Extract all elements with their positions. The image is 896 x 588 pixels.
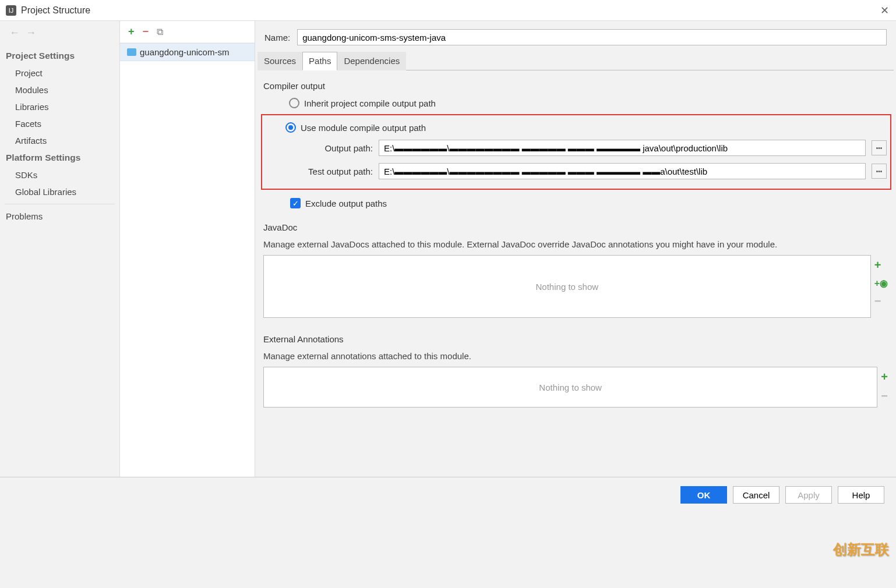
exclude-label: Exclude output paths — [305, 199, 387, 208]
watermark: 创新互联 — [833, 540, 889, 559]
sidebar-item-problems[interactable]: Problems — [0, 208, 119, 225]
radio-use-module[interactable] — [285, 122, 296, 133]
sidebar-item-project[interactable]: Project — [0, 65, 119, 82]
apply-button[interactable]: Apply — [785, 486, 832, 504]
ext-annotations-remove-icon[interactable]: − — [881, 389, 888, 403]
test-output-path-input[interactable] — [379, 163, 866, 179]
javadoc-desc: Manage external JavaDocs attached to thi… — [255, 236, 896, 255]
radio-use-module-label: Use module compile output path — [301, 123, 426, 133]
javadoc-title: JavaDoc — [255, 212, 896, 236]
ext-annotations-tools: + − — [877, 367, 888, 408]
sidebar-item-sdks[interactable]: SDKs — [0, 167, 119, 183]
tab-dependencies[interactable]: Dependencies — [337, 52, 406, 70]
back-icon[interactable]: ← — [9, 27, 20, 39]
sidebar-item-artifacts[interactable]: Artifacts — [0, 132, 119, 149]
titlebar: IJ Project Structure ✕ — [0, 0, 896, 21]
remove-module-icon[interactable]: − — [143, 26, 149, 38]
ext-annotations-add-icon[interactable]: + — [881, 370, 888, 384]
exclude-row[interactable]: ✓ Exclude output paths — [255, 192, 896, 212]
output-path-input[interactable] — [379, 140, 866, 156]
name-label: Name: — [264, 33, 290, 42]
module-tabs: Sources Paths Dependencies — [257, 51, 894, 70]
highlighted-region: Use module compile output path Output pa… — [261, 114, 891, 190]
ok-button[interactable]: OK — [680, 486, 727, 504]
module-name-input[interactable] — [297, 29, 887, 45]
name-row: Name: — [255, 21, 896, 51]
sidebar-item-facets[interactable]: Facets — [0, 115, 119, 132]
sidebar-item-global-libraries[interactable]: Global Libraries — [0, 183, 119, 200]
radio-inherit-row[interactable]: Inherit project compile output path — [255, 94, 896, 112]
tab-sources[interactable]: Sources — [257, 52, 302, 70]
ext-annotations-empty: Nothing to show — [263, 367, 877, 408]
nav-arrows: ← → — [0, 24, 119, 47]
javadoc-remove-icon[interactable]: − — [874, 295, 888, 308]
output-path-label: Output path: — [285, 143, 373, 153]
help-button[interactable]: Help — [838, 486, 884, 504]
radio-use-module-row[interactable]: Use module compile output path — [285, 119, 887, 136]
javadoc-tools: + +◉ − — [871, 255, 888, 318]
window-title: Project Structure — [21, 5, 90, 16]
section-project-settings: Project Settings — [0, 47, 119, 65]
exclude-checkbox[interactable]: ✓ — [290, 198, 301, 208]
main-content: ← → Project Settings Project Modules Lib… — [0, 21, 896, 477]
cancel-button[interactable]: Cancel — [733, 486, 779, 504]
folder-icon — [127, 48, 136, 56]
forward-icon[interactable]: → — [26, 27, 36, 39]
app-icon: IJ — [6, 5, 16, 16]
tree-toolbar: + − ⧉ — [120, 21, 255, 43]
close-icon[interactable]: ✕ — [880, 4, 889, 17]
ext-annotations-list: Nothing to show + − — [263, 367, 888, 408]
test-output-path-label: Test output path: — [285, 167, 373, 176]
radio-inherit[interactable] — [289, 98, 299, 108]
module-tree-panel: + − ⧉ guangdong-unicom-sm — [120, 21, 255, 477]
javadoc-add-url-icon[interactable]: +◉ — [874, 278, 888, 289]
radio-inherit-label: Inherit project compile output path — [304, 98, 436, 108]
add-module-icon[interactable]: + — [128, 26, 135, 38]
test-output-path-row: Test output path: ••• — [285, 160, 887, 183]
sidebar-item-libraries[interactable]: Libraries — [0, 98, 119, 115]
browse-test-output-path-icon[interactable]: ••• — [872, 164, 887, 179]
ext-annotations-desc: Manage external annotations attached to … — [255, 348, 896, 367]
browse-output-path-icon[interactable]: ••• — [872, 140, 887, 155]
section-platform-settings: Platform Settings — [0, 149, 119, 167]
copy-module-icon[interactable]: ⧉ — [157, 27, 163, 37]
tree-item-module[interactable]: guangdong-unicom-sm — [120, 43, 255, 61]
tab-paths[interactable]: Paths — [302, 52, 337, 70]
details-panel: Name: Sources Paths Dependencies Compile… — [255, 21, 896, 477]
output-path-row: Output path: ••• — [285, 136, 887, 160]
module-name: guangdong-unicom-sm — [140, 47, 229, 57]
sidebar-item-modules[interactable]: Modules — [0, 82, 119, 98]
javadoc-empty: Nothing to show — [263, 255, 871, 318]
ext-annotations-title: External Annotations — [255, 324, 896, 348]
dialog-footer: OK Cancel Apply Help — [0, 477, 896, 512]
sidebar: ← → Project Settings Project Modules Lib… — [0, 21, 120, 477]
javadoc-add-icon[interactable]: + — [874, 258, 888, 272]
sidebar-divider — [5, 204, 115, 204]
javadoc-list: Nothing to show + +◉ − — [263, 255, 888, 318]
compiler-output-title: Compiler output — [255, 70, 896, 94]
